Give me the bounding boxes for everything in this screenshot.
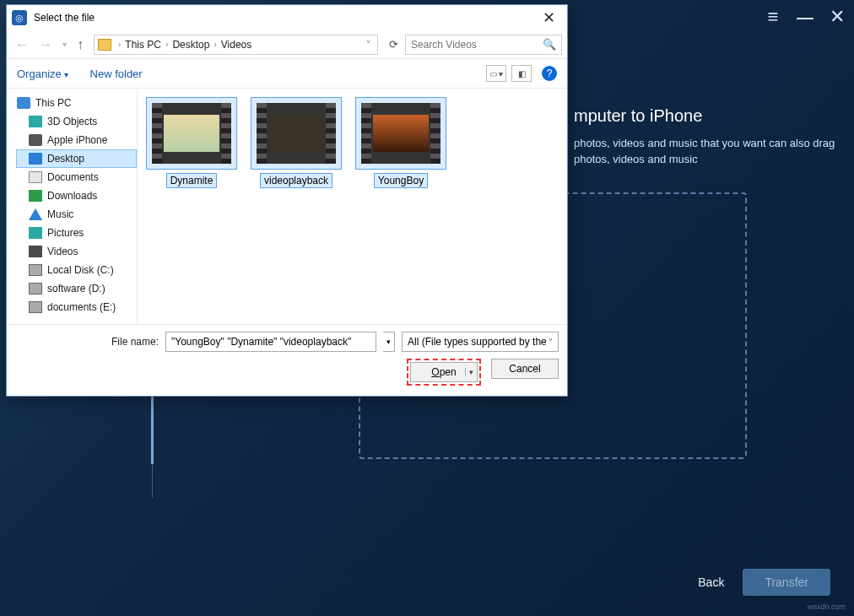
menu-icon[interactable] [763, 7, 783, 27]
minimize-button[interactable]: — [795, 7, 815, 27]
chevron-right-icon: › [212, 40, 218, 49]
file-item-videoplayback[interactable]: videoplayback [251, 97, 342, 188]
file-list[interactable]: Dynamite videoplayback YoungBoy [138, 89, 567, 324]
tree-videos[interactable]: Videos [17, 242, 137, 261]
search-icon: 🔍 [543, 38, 556, 51]
chevron-right-icon: › [164, 40, 170, 49]
nav-forward-button: → [35, 35, 56, 54]
file-item-youngboy[interactable]: YoungBoy [355, 97, 446, 188]
new-folder-button[interactable]: New folder [90, 68, 143, 80]
preview-pane-button[interactable]: ◧ [511, 65, 532, 82]
tree-desktop[interactable]: Desktop [16, 149, 137, 168]
tree-thispc[interactable]: This PC [17, 94, 137, 112]
address-dropdown[interactable]: ˅ [363, 40, 374, 49]
tree-documents-e[interactable]: documents (E:) [17, 298, 137, 316]
transfer-button[interactable]: Transfer [743, 569, 830, 596]
chevron-down-icon: ˅ [549, 338, 553, 347]
file-label: YoungBoy [374, 173, 428, 188]
filetype-value: All (File types supported by the [408, 336, 547, 348]
open-button[interactable]: Open [410, 362, 478, 382]
tree-3dobjects[interactable]: 3D Objects [17, 112, 137, 131]
breadcrumb-desktop[interactable]: Desktop [170, 39, 212, 51]
search-box[interactable]: 🔍 [405, 35, 562, 55]
nav-tree[interactable]: This PC 3D Objects Apple iPhone Desktop … [7, 89, 138, 324]
app-icon: ◎ [12, 10, 27, 25]
tree-localdisk-c[interactable]: Local Disk (C:) [17, 261, 137, 279]
page-title: mputer to iPhone [574, 106, 702, 126]
page-description: photos, videos and music that you want c… [574, 135, 835, 167]
tree-pictures[interactable]: Pictures [17, 224, 137, 242]
file-label: Dynamite [166, 173, 218, 188]
nav-back-button[interactable]: ← [12, 35, 32, 54]
search-input[interactable] [406, 39, 561, 51]
tree-software-d[interactable]: software (D:) [17, 279, 137, 298]
address-bar[interactable]: › This PC › Desktop › Videos ˅ [94, 35, 378, 55]
filename-input[interactable] [165, 332, 376, 352]
folder-icon [98, 39, 111, 51]
file-dialog: ◎ Select the file ✕ ← → ▾ ↑ › This PC › … [6, 4, 568, 397]
breadcrumb-videos[interactable]: Videos [219, 39, 254, 51]
nav-up-button[interactable]: ↑ [73, 35, 87, 54]
watermark: wsxdn.com [808, 602, 846, 611]
breadcrumb-thispc[interactable]: This PC [122, 39, 164, 51]
nav-history-dropdown[interactable]: ▾ [59, 38, 70, 51]
chevron-right-icon: › [116, 40, 122, 49]
view-mode-button[interactable]: ▭ ▾ [486, 65, 506, 82]
cancel-button[interactable]: Cancel [491, 359, 559, 379]
tree-iphone[interactable]: Apple iPhone [17, 131, 137, 149]
filetype-dropdown[interactable]: All (File types supported by the ˅ [402, 332, 559, 352]
help-button[interactable]: ? [542, 66, 557, 81]
tree-downloads[interactable]: Downloads [17, 186, 137, 205]
refresh-button[interactable]: ⟳ [385, 38, 402, 51]
tree-documents[interactable]: Documents [17, 168, 137, 186]
app-close-button[interactable]: ✕ [827, 7, 847, 27]
dialog-title: Select the file [34, 12, 536, 24]
filename-history-dropdown[interactable]: ▾ [383, 332, 395, 352]
dialog-close-button[interactable]: ✕ [536, 8, 562, 27]
organize-menu[interactable]: Organize [17, 68, 68, 80]
file-label: videoplayback [260, 173, 332, 188]
open-button-highlight: Open [407, 359, 481, 386]
file-item-dynamite[interactable]: Dynamite [146, 97, 237, 188]
filename-label: File name: [15, 336, 159, 348]
back-button[interactable]: Back [698, 575, 724, 589]
tree-music[interactable]: Music [17, 205, 137, 224]
